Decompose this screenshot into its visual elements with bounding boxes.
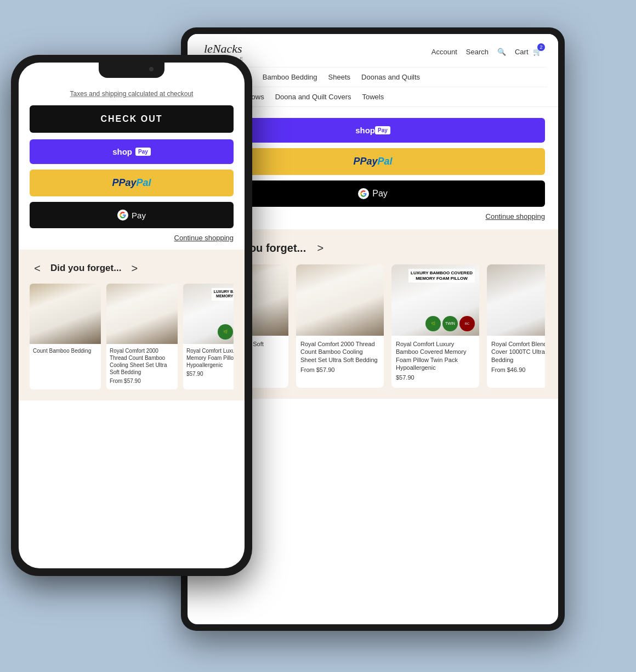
nav-towels[interactable]: Towels — [362, 93, 384, 101]
cart-badge: 2 — [537, 43, 545, 51]
paypal-label: Pay — [360, 156, 377, 167]
shop-pay-badge-phone: Pay — [135, 148, 151, 156]
next-button-phone[interactable]: > — [127, 261, 142, 276]
phone-screen: Taxes and shipping calculated at checkou… — [19, 63, 245, 568]
logo-text: leNacks — [204, 42, 242, 55]
product-image-phone-2: LUXURY BAMBOOMEMORY FOAM 🌿 SOFT — [183, 284, 234, 344]
checkout-button[interactable]: CHECK OUT — [30, 105, 234, 133]
gpay-button-phone[interactable]: Pay — [30, 202, 234, 228]
search-icon: 🔍 — [497, 48, 506, 56]
taxes-text-content: Taxes and shipping calculated at checkou… — [70, 90, 194, 98]
product-info-phone-1: Royal Comfort 2000 Thread Count Bamboo C… — [106, 344, 178, 389]
nav-sheets[interactable]: Sheets — [328, 73, 350, 81]
product-info-phone-2: Royal Comfort Luxury Memory Foam Pillow … — [183, 344, 234, 382]
badge-twin: TWIN — [442, 316, 458, 331]
shopify-pay-badge: Pay — [375, 126, 390, 134]
gpay-label: Pay — [372, 189, 388, 199]
phone-content: Taxes and shipping calculated at checkou… — [19, 63, 245, 411]
badge-royal: RC — [459, 316, 475, 331]
green-badges-tablet: 🌿 TWIN RC — [425, 316, 475, 331]
products-row-phone: Count Bamboo Bedding Royal Comfort 2000 … — [30, 284, 234, 389]
gpay-button[interactable]: Pay — [201, 180, 545, 207]
product-card-phone-0[interactable]: Count Bamboo Bedding — [30, 284, 101, 389]
green-badges-phone: 🌿 SOFT — [218, 324, 234, 340]
shopify-pay-button[interactable]: shop Pay — [201, 118, 545, 143]
shopify-pay-button-phone[interactable]: shop Pay — [30, 139, 234, 164]
product-image-phone-1 — [106, 284, 178, 344]
product-price-tablet-1: From $57.90 — [300, 366, 379, 374]
paypal-label2-phone: Pal — [137, 177, 151, 189]
paypal-button-phone[interactable]: P Pay Pal — [30, 170, 234, 196]
continue-shopping-phone[interactable]: Continue shopping — [30, 234, 234, 242]
nav-bamboo-bedding[interactable]: Bamboo Bedding — [263, 73, 317, 81]
search-link[interactable]: Search — [466, 48, 489, 56]
badge-bamboo: 🌿 — [425, 316, 441, 331]
cart-link: Cart — [515, 48, 529, 56]
product-card-tablet-3[interactable]: Royal Comfort Blended Quilt Cover 1000TC… — [487, 264, 545, 388]
luxury-badge-tablet: LUXURY BAMBOO COVEREDMEMORY FOAM PILLOW — [408, 269, 475, 283]
product-card-phone-1[interactable]: Royal Comfort 2000 Thread Count Bamboo C… — [106, 284, 178, 389]
paypal-label2: Pal — [378, 156, 393, 167]
phone-camera — [149, 67, 154, 71]
product-name-phone-1: Royal Comfort 2000 Thread Count Bamboo C… — [110, 347, 174, 376]
taxes-text: Taxes and shipping calculated at checkou… — [30, 90, 234, 98]
shopify-pay-label: shop — [355, 126, 375, 135]
tablet-nav-top: leNacks BUT SIMPLE Account Search 🔍 Cart… — [198, 34, 547, 67]
continue-shopping-tablet[interactable]: Continue shopping — [201, 212, 545, 221]
phone-notch — [99, 63, 164, 78]
google-g-icon — [358, 188, 369, 199]
product-price-tablet-3: From $46.90 — [491, 366, 545, 374]
paypal-button[interactable]: P Pay Pal — [201, 148, 545, 175]
product-image-phone-0 — [30, 284, 101, 344]
gpay-label-phone: Pay — [132, 211, 146, 220]
product-info-tablet-1: Royal Comfort 2000 Thread Count Bamboo C… — [296, 336, 384, 380]
product-info-tablet-3: Royal Comfort Blended Quilt Cover 1000TC… — [487, 336, 545, 380]
product-name-phone-2: Royal Comfort Luxury Memory Foam Pillow … — [186, 347, 234, 369]
product-info-tablet-2: Royal Comfort Luxury Bamboo Covered Memo… — [391, 336, 479, 388]
products-row-tablet: 0 Thread Cooling Soft Royal Comfort 2000… — [201, 264, 545, 388]
phone-device: Taxes and shipping calculated at checkou… — [11, 55, 252, 576]
product-name-tablet-1: Royal Comfort 2000 Thread Count Bamboo C… — [300, 340, 379, 364]
product-card-tablet-2[interactable]: LUXURY BAMBOO COVEREDMEMORY FOAM PILLOW … — [391, 264, 479, 388]
product-image-tablet-2: LUXURY BAMBOO COVEREDMEMORY FOAM PILLOW … — [391, 264, 479, 336]
paypal-label-phone: Pay — [118, 177, 136, 189]
paypal-icon-phone: P — [112, 177, 118, 189]
next-button-tablet[interactable]: > — [313, 240, 328, 256]
paypal-icon: P — [353, 156, 360, 167]
nav-doonas[interactable]: Doonas and Quilts — [361, 73, 420, 81]
account-link[interactable]: Account — [431, 48, 457, 56]
product-name-tablet-3: Royal Comfort Blended Quilt Cover 1000TC… — [491, 340, 545, 364]
tablet-payment-section: shop Pay P Pay Pal Pay — [201, 118, 545, 221]
product-price-tablet-2: $57.90 — [396, 374, 475, 381]
tablet-nav-icons: Account Search 🔍 Cart 🛒 2 — [431, 47, 542, 57]
nav-doona-covers[interactable]: Doona and Quilt Covers — [275, 93, 351, 101]
badge-bamboo-phone: 🌿 — [218, 324, 233, 340]
product-name-phone-0: Count Bamboo Bedding — [33, 347, 98, 354]
product-price-phone-1: From $57.90 — [110, 377, 174, 385]
google-g-icon-phone — [117, 210, 128, 221]
cart-icon-wrapper[interactable]: Cart 🛒 2 — [515, 47, 542, 57]
luxury-badge-phone: LUXURY BAMBOOMEMORY FOAM — [212, 288, 234, 301]
product-card-phone-2[interactable]: LUXURY BAMBOOMEMORY FOAM 🌿 SOFT Royal Co… — [183, 284, 234, 389]
product-price-phone-2: $57.90 — [186, 370, 234, 377]
product-image-tablet-1 — [296, 264, 384, 336]
product-name-tablet-2: Royal Comfort Luxury Bamboo Covered Memo… — [396, 340, 475, 371]
product-image-tablet-3 — [487, 264, 545, 336]
product-info-phone-0: Count Bamboo Bedding — [30, 344, 101, 359]
forgot-section-phone: < Did you forget... > Count Bamboo Beddi… — [19, 250, 245, 400]
forgot-header-phone: < Did you forget... > — [30, 261, 234, 276]
shop-pay-text-phone: shop — [112, 147, 132, 156]
prev-button-phone[interactable]: < — [30, 261, 45, 276]
forgot-header-tablet: < Did you forget... > — [201, 240, 545, 256]
product-card-tablet-1[interactable]: Royal Comfort 2000 Thread Count Bamboo C… — [296, 264, 384, 388]
forgot-title-phone: Did you forget... — [50, 263, 121, 274]
